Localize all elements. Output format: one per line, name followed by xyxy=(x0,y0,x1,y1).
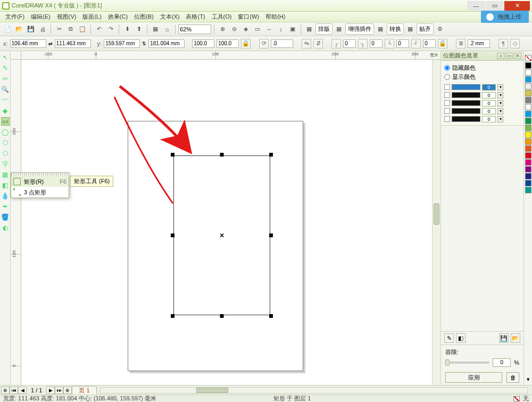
flyout-item-rectangle[interactable]: 矩形(R) F6 xyxy=(11,176,69,187)
color-checkbox[interactable] xyxy=(444,116,450,122)
docker-titlebar[interactable]: 位图颜色遮罩 » ▭ ✕ xyxy=(441,51,523,61)
convert-label[interactable]: 转换 xyxy=(387,23,404,35)
palette-swatch[interactable] xyxy=(525,111,531,117)
docker-menu-button[interactable]: ▭ xyxy=(505,53,513,59)
add-page-after-button[interactable]: ⊕ xyxy=(63,387,72,394)
corner-tr-input[interactable]: ┐ xyxy=(358,39,368,48)
palette-swatch[interactable] xyxy=(525,83,531,89)
hide-colors-radio[interactable]: 隐藏颜色 xyxy=(444,64,520,72)
color-checkbox[interactable] xyxy=(444,84,450,90)
resize-handle-sw[interactable] xyxy=(171,314,174,318)
corner-lock-button[interactable]: 🔒 xyxy=(438,39,447,48)
scale-x-input[interactable] xyxy=(192,39,214,48)
color-mask-row[interactable]: 0▾ xyxy=(444,107,520,115)
copy-button[interactable]: ⧉ xyxy=(65,24,76,35)
show-colors-radio[interactable]: 显示颜色 xyxy=(444,73,520,81)
color-value[interactable]: 0 xyxy=(482,92,496,99)
delete-button[interactable]: 🗑 xyxy=(506,372,519,383)
last-page-button[interactable]: ⏭ xyxy=(55,387,63,394)
redo-button[interactable]: ↷ xyxy=(105,24,116,35)
color-checkbox[interactable] xyxy=(444,100,450,106)
menu-help[interactable]: 帮助(H) xyxy=(263,12,287,22)
palette-swatch[interactable] xyxy=(525,173,531,179)
color-mask-row[interactable]: 0▾ xyxy=(444,91,520,99)
color-swatch[interactable] xyxy=(452,92,480,98)
palette-swatch[interactable] xyxy=(525,97,531,103)
basic-shapes-tool[interactable]: ⬡ xyxy=(1,149,10,158)
palette-swatch[interactable] xyxy=(525,145,531,152)
no-fill-swatch[interactable] xyxy=(525,55,531,61)
color-swatch[interactable] xyxy=(452,100,480,106)
menu-window[interactable]: 窗口(W) xyxy=(236,12,261,22)
eyedropper-tool[interactable]: 💧 xyxy=(1,192,10,200)
color-dropdown[interactable]: ▾ xyxy=(497,100,503,106)
polygon-tool[interactable]: ⬠ xyxy=(1,138,10,147)
corner-tr[interactable] xyxy=(370,39,383,48)
palette-swatch[interactable] xyxy=(525,125,531,131)
color-mask-row[interactable]: 0▾ xyxy=(444,99,520,107)
scale-y-input[interactable] xyxy=(217,39,239,48)
radio-input[interactable] xyxy=(444,65,450,71)
resize-handle-ne[interactable] xyxy=(269,153,273,157)
interactive-tool[interactable]: ◧ xyxy=(1,181,10,190)
resize-handle-w[interactable] xyxy=(171,234,174,237)
palette-swatch[interactable] xyxy=(525,152,531,159)
zoom-level-select[interactable] xyxy=(178,24,211,34)
palette-swatch[interactable] xyxy=(525,180,531,186)
fill-swatch-icon[interactable] xyxy=(513,396,520,401)
resize-handle-e[interactable] xyxy=(269,234,273,237)
layout-label[interactable]: 排版 xyxy=(315,23,332,35)
width-input[interactable] xyxy=(55,39,91,48)
color-value[interactable]: 0 xyxy=(482,108,496,114)
paste-button[interactable]: 📋 xyxy=(77,24,88,35)
scroll-thumb[interactable] xyxy=(434,203,439,225)
horizontal-scrollbar[interactable] xyxy=(100,387,528,393)
palette-swatch[interactable] xyxy=(525,187,531,193)
palette-swatch[interactable] xyxy=(525,166,531,173)
welcome-button[interactable]: ⌂ xyxy=(162,24,172,35)
resize-handle-s[interactable] xyxy=(220,314,224,318)
color-dropdown[interactable]: ▾ xyxy=(497,116,503,122)
snap-label[interactable]: 贴齐 xyxy=(417,23,434,35)
menu-text[interactable]: 文本(X) xyxy=(158,12,182,22)
page-tab[interactable]: 页 1 xyxy=(72,386,96,395)
color-dropdown[interactable]: ▾ xyxy=(497,92,503,99)
print-button[interactable]: 🖨 xyxy=(37,24,48,35)
docker-close-button[interactable]: ✕ xyxy=(514,53,521,59)
zoom-page-button[interactable]: ▭ xyxy=(252,24,263,35)
hscroll-thumb[interactable] xyxy=(196,388,228,393)
interactive-fill-tool[interactable]: ◐ xyxy=(1,224,10,232)
app-launcher-button[interactable]: ▦ xyxy=(150,24,161,35)
smart-fill-tool[interactable]: ◆ xyxy=(1,106,10,115)
palette-swatch[interactable] xyxy=(525,90,531,96)
table-tool[interactable]: ▦ xyxy=(1,170,10,179)
horizontal-ruler[interactable]: 毫米 -1000100200300 xyxy=(21,51,440,60)
color-swatch[interactable] xyxy=(452,108,480,114)
palette-swatch[interactable] xyxy=(525,69,531,76)
to-curves-button[interactable]: ◇ xyxy=(510,39,520,48)
drawing-canvas[interactable]: × xyxy=(21,60,440,385)
zoom-height-button[interactable]: ↕ xyxy=(276,24,286,35)
corner-bl[interactable] xyxy=(396,39,409,48)
rotation-input[interactable] xyxy=(271,39,293,48)
ruler-origin[interactable] xyxy=(11,51,21,60)
corner-br-input[interactable]: ┘ xyxy=(411,39,421,48)
menu-view[interactable]: 视图(V) xyxy=(55,12,79,22)
corner-tl[interactable] xyxy=(343,39,356,48)
enhance-label[interactable]: 增强插件 xyxy=(345,23,374,35)
crop-tool[interactable]: ✂ xyxy=(1,75,10,83)
enhance-grid-icon[interactable]: ▦ xyxy=(334,24,344,35)
palette-swatch[interactable] xyxy=(525,104,531,110)
open-mask-button[interactable]: 📂 xyxy=(511,333,520,343)
convert-grid-icon[interactable]: ▦ xyxy=(375,24,386,35)
cut-button[interactable]: ✂ xyxy=(54,24,64,35)
outline-width-input[interactable] xyxy=(468,39,490,48)
shape-tool[interactable]: ✎ xyxy=(1,64,10,72)
rectangle-tool[interactable]: ▭ xyxy=(1,117,10,126)
corner-tl-input[interactable]: ┌ xyxy=(331,39,341,48)
new-button[interactable]: 📄 xyxy=(2,24,13,35)
mirror-v-button[interactable]: ⇵ xyxy=(313,39,323,48)
outline-tool[interactable]: ✒ xyxy=(1,202,10,211)
zoom-out-button[interactable]: ⊖ xyxy=(229,24,239,35)
vertical-scrollbar[interactable] xyxy=(432,60,440,385)
